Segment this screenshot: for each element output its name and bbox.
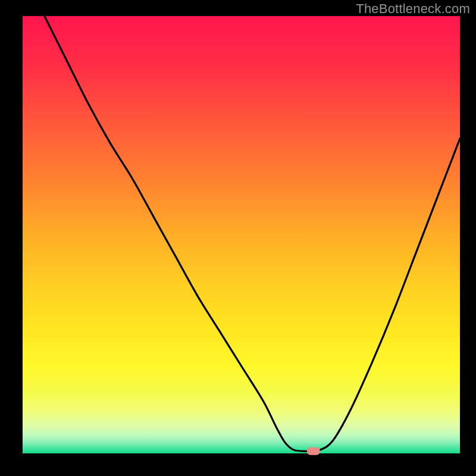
chart-svg	[0, 0, 476, 476]
watermark-text: TheBottleneck.com	[356, 1, 470, 17]
optimal-marker	[307, 447, 320, 455]
bottleneck-chart	[0, 0, 476, 476]
plot-area	[23, 16, 460, 453]
